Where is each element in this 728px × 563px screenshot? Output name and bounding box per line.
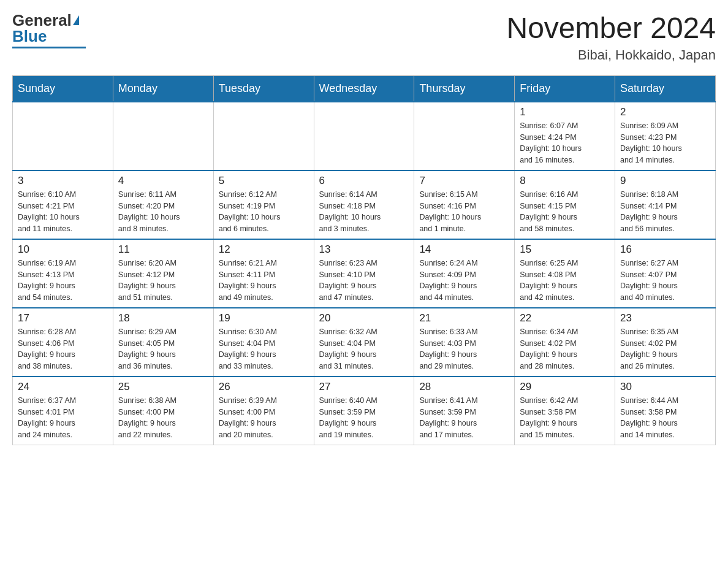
day-number: 29 (520, 381, 610, 393)
day-number: 13 (319, 243, 409, 256)
calendar-cell: 25Sunrise: 6:38 AMSunset: 4:00 PMDayligh… (113, 377, 213, 445)
day-info: Sunrise: 6:24 AMSunset: 4:09 PMDaylight:… (419, 258, 509, 304)
day-number: 10 (18, 243, 108, 256)
week-row-3: 10Sunrise: 6:19 AMSunset: 4:13 PMDayligh… (13, 239, 716, 308)
day-number: 7 (419, 175, 509, 187)
calendar-cell: 22Sunrise: 6:34 AMSunset: 4:02 PMDayligh… (515, 308, 615, 377)
calendar-cell: 14Sunrise: 6:24 AMSunset: 4:09 PMDayligh… (414, 239, 515, 308)
month-title: November 2024 (506, 12, 716, 45)
day-number: 17 (18, 312, 108, 324)
day-info: Sunrise: 6:33 AMSunset: 4:03 PMDaylight:… (419, 326, 509, 372)
day-number: 5 (219, 175, 309, 187)
location-text: Bibai, Hokkaido, Japan (506, 47, 716, 63)
title-block: November 2024 Bibai, Hokkaido, Japan (506, 12, 716, 63)
day-number: 6 (319, 175, 409, 187)
weekday-header-row: SundayMondayTuesdayWednesdayThursdayFrid… (13, 75, 716, 102)
day-number: 4 (118, 175, 208, 187)
calendar-cell: 1Sunrise: 6:07 AMSunset: 4:24 PMDaylight… (515, 102, 615, 170)
day-number: 9 (620, 175, 710, 187)
day-number: 16 (620, 243, 710, 256)
week-row-1: 1Sunrise: 6:07 AMSunset: 4:24 PMDaylight… (13, 102, 716, 170)
day-number: 24 (18, 381, 108, 393)
week-row-2: 3Sunrise: 6:10 AMSunset: 4:21 PMDaylight… (13, 170, 716, 239)
day-info: Sunrise: 6:32 AMSunset: 4:04 PMDaylight:… (319, 326, 409, 372)
calendar-cell (113, 102, 213, 170)
logo-underline (12, 47, 86, 48)
logo-blue-text: Blue (12, 28, 47, 44)
calendar-cell: 29Sunrise: 6:42 AMSunset: 3:58 PMDayligh… (515, 377, 615, 445)
day-number: 8 (520, 175, 610, 187)
day-info: Sunrise: 6:10 AMSunset: 4:21 PMDaylight:… (18, 189, 108, 235)
day-info: Sunrise: 6:25 AMSunset: 4:08 PMDaylight:… (520, 258, 610, 304)
calendar-cell: 7Sunrise: 6:15 AMSunset: 4:16 PMDaylight… (414, 170, 515, 239)
logo: General Blue (12, 12, 86, 48)
calendar-cell: 20Sunrise: 6:32 AMSunset: 4:04 PMDayligh… (314, 308, 414, 377)
day-info: Sunrise: 6:11 AMSunset: 4:20 PMDaylight:… (118, 189, 208, 235)
calendar-cell: 2Sunrise: 6:09 AMSunset: 4:23 PMDaylight… (615, 102, 716, 170)
calendar-cell: 13Sunrise: 6:23 AMSunset: 4:10 PMDayligh… (314, 239, 414, 308)
weekday-header-monday: Monday (113, 75, 213, 102)
calendar-cell (314, 102, 414, 170)
day-info: Sunrise: 6:12 AMSunset: 4:19 PMDaylight:… (219, 189, 309, 235)
logo-general-text: General (12, 12, 72, 28)
calendar-cell: 19Sunrise: 6:30 AMSunset: 4:04 PMDayligh… (213, 308, 314, 377)
day-number: 15 (520, 243, 610, 256)
day-info: Sunrise: 6:29 AMSunset: 4:05 PMDaylight:… (118, 326, 208, 372)
weekday-header-friday: Friday (515, 75, 615, 102)
calendar-cell: 24Sunrise: 6:37 AMSunset: 4:01 PMDayligh… (13, 377, 113, 445)
day-number: 20 (319, 312, 409, 324)
day-number: 2 (620, 106, 710, 118)
day-info: Sunrise: 6:19 AMSunset: 4:13 PMDaylight:… (18, 258, 108, 304)
calendar-cell: 5Sunrise: 6:12 AMSunset: 4:19 PMDaylight… (213, 170, 314, 239)
day-info: Sunrise: 6:28 AMSunset: 4:06 PMDaylight:… (18, 326, 108, 372)
calendar-cell: 30Sunrise: 6:44 AMSunset: 3:58 PMDayligh… (615, 377, 716, 445)
day-info: Sunrise: 6:37 AMSunset: 4:01 PMDaylight:… (18, 395, 108, 441)
day-number: 27 (319, 381, 409, 393)
day-info: Sunrise: 6:20 AMSunset: 4:12 PMDaylight:… (118, 258, 208, 304)
day-number: 30 (620, 381, 710, 393)
calendar-cell: 12Sunrise: 6:21 AMSunset: 4:11 PMDayligh… (213, 239, 314, 308)
day-number: 19 (219, 312, 309, 324)
day-info: Sunrise: 6:16 AMSunset: 4:15 PMDaylight:… (520, 189, 610, 235)
day-number: 1 (520, 106, 610, 118)
day-number: 11 (118, 243, 208, 256)
calendar-cell: 18Sunrise: 6:29 AMSunset: 4:05 PMDayligh… (113, 308, 213, 377)
page-header: General Blue November 2024 Bibai, Hokkai… (12, 12, 716, 63)
calendar-cell: 17Sunrise: 6:28 AMSunset: 4:06 PMDayligh… (13, 308, 113, 377)
day-number: 23 (620, 312, 710, 324)
day-info: Sunrise: 6:39 AMSunset: 4:00 PMDaylight:… (219, 395, 309, 441)
calendar-cell: 27Sunrise: 6:40 AMSunset: 3:59 PMDayligh… (314, 377, 414, 445)
calendar-cell: 4Sunrise: 6:11 AMSunset: 4:20 PMDaylight… (113, 170, 213, 239)
calendar-cell: 28Sunrise: 6:41 AMSunset: 3:59 PMDayligh… (414, 377, 515, 445)
logo-triangle-icon (73, 15, 79, 25)
day-number: 14 (419, 243, 509, 256)
calendar-cell: 21Sunrise: 6:33 AMSunset: 4:03 PMDayligh… (414, 308, 515, 377)
day-info: Sunrise: 6:23 AMSunset: 4:10 PMDaylight:… (319, 258, 409, 304)
calendar-cell: 11Sunrise: 6:20 AMSunset: 4:12 PMDayligh… (113, 239, 213, 308)
weekday-header-wednesday: Wednesday (314, 75, 414, 102)
day-number: 18 (118, 312, 208, 324)
day-info: Sunrise: 6:34 AMSunset: 4:02 PMDaylight:… (520, 326, 610, 372)
calendar-cell: 15Sunrise: 6:25 AMSunset: 4:08 PMDayligh… (515, 239, 615, 308)
day-info: Sunrise: 6:35 AMSunset: 4:02 PMDaylight:… (620, 326, 710, 372)
calendar-cell: 8Sunrise: 6:16 AMSunset: 4:15 PMDaylight… (515, 170, 615, 239)
weekday-header-tuesday: Tuesday (213, 75, 314, 102)
weekday-header-saturday: Saturday (615, 75, 716, 102)
day-info: Sunrise: 6:18 AMSunset: 4:14 PMDaylight:… (620, 189, 710, 235)
day-info: Sunrise: 6:14 AMSunset: 4:18 PMDaylight:… (319, 189, 409, 235)
calendar-cell: 9Sunrise: 6:18 AMSunset: 4:14 PMDaylight… (615, 170, 716, 239)
day-number: 12 (219, 243, 309, 256)
calendar-cell: 23Sunrise: 6:35 AMSunset: 4:02 PMDayligh… (615, 308, 716, 377)
day-number: 22 (520, 312, 610, 324)
day-number: 21 (419, 312, 509, 324)
calendar-cell: 16Sunrise: 6:27 AMSunset: 4:07 PMDayligh… (615, 239, 716, 308)
day-number: 26 (219, 381, 309, 393)
day-number: 3 (18, 175, 108, 187)
weekday-header-thursday: Thursday (414, 75, 515, 102)
calendar-cell (414, 102, 515, 170)
day-info: Sunrise: 6:27 AMSunset: 4:07 PMDaylight:… (620, 258, 710, 304)
calendar-cell (213, 102, 314, 170)
week-row-5: 24Sunrise: 6:37 AMSunset: 4:01 PMDayligh… (13, 377, 716, 445)
calendar-table: SundayMondayTuesdayWednesdayThursdayFrid… (12, 75, 716, 445)
day-number: 25 (118, 381, 208, 393)
